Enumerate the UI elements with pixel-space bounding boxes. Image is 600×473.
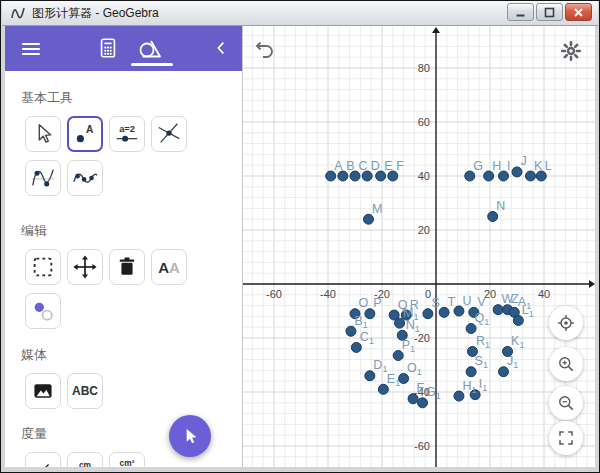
point-label-T: T bbox=[448, 295, 456, 309]
section-label: 编辑 bbox=[21, 222, 242, 240]
point-B[interactable] bbox=[338, 171, 348, 181]
tool-angle-button[interactable] bbox=[25, 452, 61, 467]
point-label-E_1: E1 bbox=[387, 372, 400, 388]
geogebra-window: 图形计算器 - GeoGebra bbox=[0, 0, 600, 473]
tool-fit-curve-button[interactable] bbox=[67, 160, 103, 196]
x-tick-label: -60 bbox=[266, 288, 282, 300]
point-label-P: P bbox=[373, 296, 381, 310]
tool-grid: AA bbox=[5, 249, 205, 329]
geometry-tools-icon[interactable] bbox=[137, 37, 163, 65]
point-label-S_1: S1 bbox=[475, 354, 488, 370]
point-J_1[interactable] bbox=[499, 367, 509, 377]
point-label-I_1: I1 bbox=[479, 377, 488, 393]
point-K[interactable] bbox=[526, 171, 536, 181]
point-label-U: U bbox=[462, 294, 471, 308]
tool-sidebar: 基本工具Aa=2编辑AA媒体ABC度量cmcm² bbox=[5, 26, 243, 467]
tool-delete-button[interactable] bbox=[109, 249, 145, 285]
point-H[interactable] bbox=[484, 171, 494, 181]
point-label-L: L bbox=[545, 159, 552, 173]
point-S_1[interactable] bbox=[466, 367, 476, 377]
point-B_1[interactable] bbox=[346, 326, 356, 336]
x-tick-label: -40 bbox=[320, 288, 336, 300]
standard-view-icon[interactable] bbox=[549, 306, 583, 340]
pointer-cursor-icon[interactable] bbox=[169, 415, 211, 457]
point-label-P_1: P1 bbox=[402, 338, 415, 354]
point-D[interactable] bbox=[362, 171, 372, 181]
x-tick-label: 40 bbox=[538, 288, 550, 300]
svg-text:a=2: a=2 bbox=[119, 124, 135, 134]
tool-select-region-button[interactable] bbox=[25, 249, 61, 285]
y-tick-label: 20 bbox=[418, 224, 430, 236]
tool-section: 媒体ABC bbox=[5, 346, 242, 409]
tool-slider-button[interactable]: a=2 bbox=[109, 116, 145, 152]
point-label-K: K bbox=[534, 159, 543, 173]
titlebar[interactable]: 图形计算器 - GeoGebra bbox=[2, 1, 598, 26]
zoom-in-icon[interactable] bbox=[549, 347, 583, 381]
point-label-S: S bbox=[431, 296, 439, 310]
zoom-out-icon[interactable] bbox=[549, 386, 583, 420]
point-I[interactable] bbox=[499, 171, 509, 181]
tool-section: 基本工具Aa=2 bbox=[5, 89, 242, 196]
settings-gear-icon[interactable] bbox=[559, 39, 583, 63]
section-label: 媒体 bbox=[21, 346, 242, 364]
tool-point-button[interactable]: A bbox=[67, 116, 103, 152]
tool-intersect-button[interactable] bbox=[151, 116, 187, 152]
y-tick-label: 80 bbox=[418, 62, 430, 74]
sidebar-sections: 基本工具Aa=2编辑AA媒体ABC度量cmcm² bbox=[5, 89, 242, 467]
svg-text:cm²: cm² bbox=[120, 458, 135, 467]
point-label-Q_1: Q1 bbox=[475, 311, 490, 327]
tool-area-button[interactable]: cm² bbox=[109, 452, 145, 467]
menu-icon[interactable] bbox=[19, 37, 43, 65]
point-N[interactable] bbox=[488, 212, 498, 222]
point-label-C: C bbox=[359, 159, 368, 173]
point-G[interactable] bbox=[465, 171, 475, 181]
point-label-D: D bbox=[371, 159, 380, 173]
minimize-button[interactable] bbox=[507, 3, 534, 21]
svg-text:cm: cm bbox=[79, 460, 91, 467]
point-label-D_1: D1 bbox=[373, 358, 387, 374]
section-label: 基本工具 bbox=[21, 89, 242, 107]
point-F_1[interactable] bbox=[408, 394, 418, 404]
tool-text-button[interactable]: ABC bbox=[67, 373, 103, 409]
point-label-N: N bbox=[496, 199, 505, 213]
point-label-V: V bbox=[477, 295, 486, 309]
point-label-R_1: R1 bbox=[476, 334, 490, 350]
collapse-panel-icon[interactable] bbox=[212, 39, 230, 61]
y-axis-arrow-icon bbox=[432, 27, 440, 33]
graphics-view[interactable]: -60-40-200204080604020-20-40-60ABCDEFGHI… bbox=[243, 26, 595, 467]
point-label-G_1: G1 bbox=[426, 385, 441, 401]
point-label-J_1: J1 bbox=[507, 354, 518, 370]
point-label-E: E bbox=[384, 159, 392, 173]
calculator-icon[interactable] bbox=[97, 37, 119, 63]
sidebar-header bbox=[5, 26, 242, 71]
y-tick-label: 60 bbox=[418, 116, 430, 128]
tool-show-label-button[interactable]: AA bbox=[151, 249, 187, 285]
tool-show-hide-object-button[interactable] bbox=[25, 293, 61, 329]
close-button[interactable] bbox=[565, 3, 592, 21]
tool-image-button[interactable] bbox=[25, 373, 61, 409]
tool-grid: ABC bbox=[5, 373, 205, 409]
point-C[interactable] bbox=[350, 171, 360, 181]
svg-text:A: A bbox=[86, 124, 94, 135]
point-label-O: O bbox=[359, 296, 369, 310]
tool-distance-button[interactable]: cm bbox=[67, 452, 103, 467]
point-E[interactable] bbox=[376, 171, 386, 181]
tool-move-object-button[interactable] bbox=[67, 249, 103, 285]
point-label-M: M bbox=[372, 202, 382, 216]
point-U[interactable] bbox=[454, 306, 464, 316]
point-label-I: I bbox=[507, 159, 510, 173]
x-axis-arrow-icon bbox=[589, 280, 595, 288]
tool-move-cursor-button[interactable] bbox=[25, 116, 61, 152]
tool-section: 编辑AA bbox=[5, 222, 242, 329]
point-F[interactable] bbox=[388, 171, 398, 181]
point-L[interactable] bbox=[536, 171, 546, 181]
maximize-button[interactable] bbox=[536, 3, 563, 21]
undo-icon[interactable] bbox=[253, 37, 277, 61]
point-label-B: B bbox=[346, 159, 354, 173]
tool-function-button[interactable] bbox=[25, 160, 61, 196]
point-A[interactable] bbox=[326, 171, 336, 181]
tool-grid: cmcm² bbox=[5, 452, 205, 467]
graph-canvas[interactable]: -60-40-200204080604020-20-40-60ABCDEFGHI… bbox=[243, 26, 595, 467]
fullscreen-icon[interactable] bbox=[549, 421, 583, 455]
geogebra-logo-icon bbox=[10, 5, 26, 21]
